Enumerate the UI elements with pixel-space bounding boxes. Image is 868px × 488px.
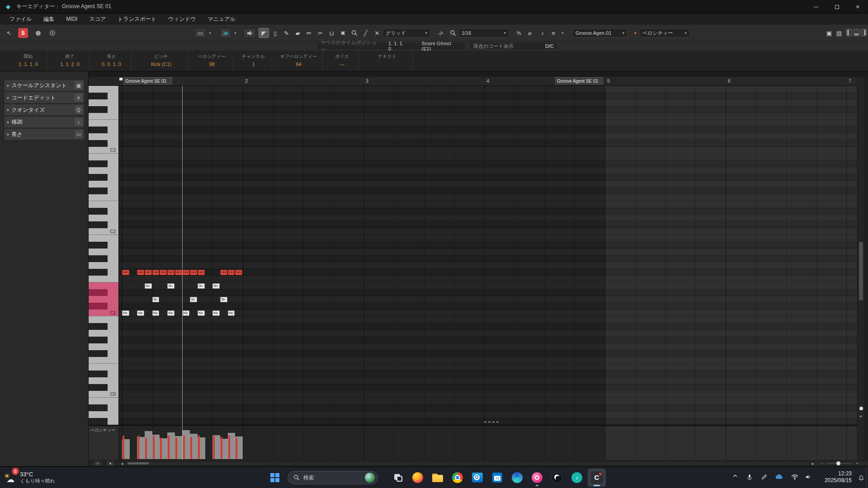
menu-item[interactable]: ファイル <box>4 14 38 24</box>
piano-key-black[interactable] <box>89 106 108 113</box>
piano-key-black[interactable] <box>89 337 108 343</box>
taskbar-search[interactable]: 検索 <box>288 471 378 484</box>
midi-note-snare[interactable]: Sn <box>220 297 227 302</box>
wifi-icon[interactable] <box>791 474 798 480</box>
info-field[interactable]: 開始1. 1. 1. 0 <box>6 51 48 71</box>
midi-note-snare[interactable]: Sn <box>190 297 197 302</box>
menu-item[interactable]: MIDI <box>60 14 83 24</box>
velocity-bar[interactable] <box>228 436 230 459</box>
quantize-icon-button[interactable] <box>448 28 458 38</box>
midi-note-kick[interactable]: Kic <box>228 310 235 316</box>
solo-editor-button[interactable]: S <box>18 28 28 38</box>
midi-note-hihat[interactable]: HH <box>228 270 235 275</box>
lane-preset-caret[interactable]: ▾ <box>107 461 114 466</box>
minimize-button[interactable] <box>806 0 826 14</box>
piano-key-black[interactable] <box>89 289 108 296</box>
piano-key-black[interactable] <box>89 269 108 276</box>
piano-key[interactable] <box>89 364 119 371</box>
taskbar-icon-outlook[interactable]: O <box>468 469 486 487</box>
part-end-marker[interactable]: Groove Agent SE 01 <box>554 77 604 85</box>
onedrive-icon[interactable] <box>775 474 783 479</box>
piano-key-black[interactable] <box>89 242 108 249</box>
midi-note-hihat[interactable]: HH <box>167 270 175 275</box>
piano-key-black[interactable] <box>89 140 108 147</box>
autoscroll-button[interactable]: ≫ <box>220 28 231 38</box>
vertical-zoom-thumb[interactable] <box>859 407 863 410</box>
midi-note-hihat[interactable]: HH <box>122 270 129 275</box>
midi-note-snare[interactable]: Sn <box>152 297 160 302</box>
select-tool-button[interactable]: ◤ <box>259 28 269 38</box>
piano-key[interactable] <box>89 249 119 255</box>
vertical-zoom-plus[interactable]: + <box>859 414 862 419</box>
midi-note-kick[interactable]: Kic <box>183 310 190 316</box>
piano-key[interactable] <box>89 316 119 323</box>
part-start-marker[interactable] <box>119 78 123 80</box>
velocity-bar[interactable] <box>137 436 139 459</box>
event-layers-button[interactable]: ≡ <box>549 28 558 38</box>
info-field-value[interactable]: 64 <box>277 61 321 67</box>
taskbar-icon-calendar[interactable]: 15 <box>488 469 506 487</box>
autoscroll-caret[interactable]: ▾ <box>232 28 238 38</box>
zone-toggle-a-button[interactable]: ▣ <box>825 28 834 38</box>
menu-item[interactable]: ウィンドウ <box>162 14 202 24</box>
show-desktop-button[interactable] <box>866 467 868 488</box>
midi-note-hihat[interactable]: HH <box>137 270 144 275</box>
piano-key[interactable] <box>89 215 119 221</box>
midi-note-hihat[interactable]: HH <box>160 270 167 275</box>
velocity-bar[interactable] <box>160 438 162 459</box>
midi-note-hihat[interactable]: HH <box>220 270 227 275</box>
piano-key-black[interactable] <box>89 350 108 357</box>
piano-key[interactable] <box>89 330 119 337</box>
zone-toggle-b-button[interactable]: ▤ <box>835 28 844 38</box>
microphone-icon[interactable] <box>747 474 752 481</box>
piano-key-black[interactable] <box>89 371 108 377</box>
snap-toggle-button[interactable]: ✕ <box>373 28 382 38</box>
controller-lane-dropdown[interactable]: ベロシティー ▾ <box>639 28 690 38</box>
taskbar-icon-camera[interactable] <box>528 469 546 487</box>
piano-key-black[interactable] <box>89 174 108 181</box>
piano-key[interactable] <box>89 282 119 289</box>
notification-bell[interactable] <box>858 475 864 481</box>
glue-tool-button[interactable]: ⊔ <box>326 28 337 38</box>
piano-key[interactable] <box>89 343 119 350</box>
taskbar-icon-chrome[interactable] <box>448 469 467 487</box>
erase-tool-button[interactable]: ▰ <box>292 28 303 38</box>
piano-key-black[interactable] <box>89 160 108 167</box>
taskbar-icon-edge[interactable] <box>508 469 526 487</box>
left-zone-button[interactable] <box>846 29 852 36</box>
lower-zone-button[interactable] <box>854 29 859 36</box>
info-field[interactable]: 長さ0. 0. 1. 0 <box>90 51 131 71</box>
trim-tool-button[interactable]: ▯ <box>270 28 280 38</box>
piano-key-black[interactable] <box>89 323 108 330</box>
piano-key[interactable] <box>89 154 119 160</box>
info-field[interactable]: テキスト <box>359 51 413 71</box>
show-part-borders-button[interactable]: ▭ <box>194 28 206 38</box>
piano-key[interactable] <box>89 377 119 384</box>
split-tool-button[interactable]: ✂ <box>315 28 326 38</box>
chevron-up-icon[interactable] <box>732 474 738 478</box>
piano-key[interactable] <box>89 181 119 188</box>
piano-key-black[interactable] <box>89 127 108 133</box>
midi-note-hihat[interactable]: HH <box>183 270 190 275</box>
info-field[interactable]: ボイス— <box>323 51 359 71</box>
piano-key[interactable] <box>89 167 119 174</box>
piano-key[interactable] <box>89 120 119 127</box>
piano-key[interactable] <box>89 235 119 242</box>
info-field-value[interactable]: 1. 1. 2. 0 <box>52 61 87 67</box>
piano-key[interactable] <box>89 113 119 120</box>
close-button[interactable]: ✕ <box>847 0 868 14</box>
zoom-slider-thumb[interactable] <box>836 461 840 465</box>
info-field-value[interactable]: 1 <box>237 61 270 67</box>
zoom-in-button[interactable]: + <box>854 461 860 466</box>
velocity-bar[interactable] <box>175 438 177 459</box>
menu-item[interactable]: マニュアル <box>202 14 241 24</box>
color-tool-button[interactable]: ✏ <box>304 28 314 38</box>
info-field-value[interactable]: 1. 1. 1. 0 <box>11 61 46 67</box>
midi-note-hihat[interactable]: HH <box>145 270 152 275</box>
midi-note-kick[interactable]: Kic <box>122 310 129 316</box>
midi-note-snare-ghost[interactable]: Sn <box>212 283 220 289</box>
velocity-bar[interactable] <box>145 448 147 459</box>
midi-note-hihat[interactable]: HH <box>198 270 205 275</box>
piano-key-black[interactable] <box>89 188 108 194</box>
piano-key[interactable] <box>89 411 119 418</box>
